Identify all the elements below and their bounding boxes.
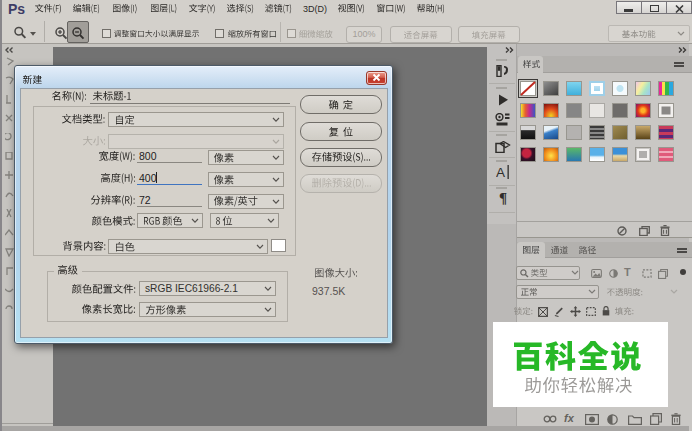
svg-text:¶: ¶ — [499, 191, 507, 205]
svg-text:A: A — [496, 165, 505, 179]
